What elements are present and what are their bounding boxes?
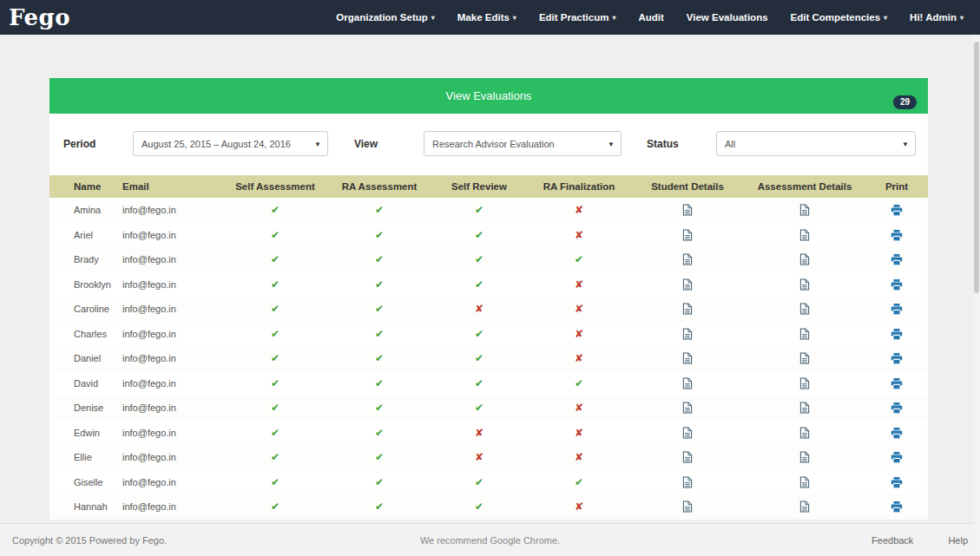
student-details-document-icon[interactable] (682, 278, 693, 291)
chevron-down-icon: ▾ (960, 14, 964, 22)
table-header: Name Email Self Assessment RA Assessment… (49, 175, 928, 198)
student-details-document-icon[interactable] (682, 451, 693, 463)
assessment-details-document-icon[interactable] (799, 476, 810, 488)
period-select[interactable]: August 25, 2015 – August 24, 2016 ▼ (133, 131, 328, 156)
assessment-details-document-icon[interactable] (799, 451, 810, 463)
ra-assessment-status: ✔ (327, 494, 431, 520)
page-scrollbar[interactable] (973, 35, 980, 556)
student-details-document-icon[interactable] (682, 476, 693, 488)
self-review-status: ✔ (431, 396, 527, 421)
printer-icon[interactable] (891, 402, 903, 414)
assessment-details-cell (744, 346, 865, 371)
student-details-cell (631, 198, 744, 223)
printer-icon[interactable] (891, 477, 903, 488)
assessment-details-document-icon[interactable] (799, 427, 810, 439)
nav-item[interactable]: Hi! Admin▾ (898, 0, 975, 35)
self-review-status: ✔ (431, 470, 527, 495)
student-details-document-icon[interactable] (682, 377, 693, 389)
assessment-details-cell (744, 297, 865, 322)
chevron-down-icon: ▾ (612, 14, 615, 22)
table-row: Brady info@fego.in ✔ ✔ ✔ ✔ (49, 247, 928, 272)
assessment-details-document-icon[interactable] (799, 402, 810, 414)
ra-finalization-status: ✘ (527, 223, 631, 248)
nav-item[interactable]: Edit Practicum▾ (528, 0, 628, 35)
printer-icon[interactable] (891, 205, 903, 216)
student-details-document-icon[interactable] (682, 352, 693, 364)
status-select[interactable]: All ▼ (716, 131, 916, 156)
chevron-down-icon: ▾ (513, 14, 516, 22)
nav-item[interactable]: Audit (627, 0, 674, 35)
self-review-status: ✔ (431, 346, 527, 371)
status-label: Status (647, 131, 716, 156)
student-details-cell (631, 396, 744, 421)
nav-item[interactable]: Edit Competencies▾ (779, 0, 899, 35)
view-label: View (354, 131, 424, 156)
printer-icon[interactable] (891, 279, 903, 291)
table-row: Amina info@fego.in ✔ ✔ ✔ ✘ (49, 198, 928, 223)
student-details-document-icon[interactable] (682, 402, 693, 414)
self-review-status: ✔ (431, 322, 527, 347)
student-name: Edwin (49, 421, 119, 446)
student-name: Amina (49, 198, 119, 223)
student-details-document-icon[interactable] (682, 303, 693, 315)
student-details-document-icon[interactable] (682, 229, 693, 241)
feedback-link[interactable]: Feedback (871, 535, 913, 546)
student-email: info@fego.in (119, 494, 223, 520)
print-cell (865, 272, 928, 298)
evaluations-panel: View Evaluations 29 Period August 25, 20… (49, 78, 928, 520)
self-assessment-status: ✔ (223, 322, 327, 347)
ra-assessment-status: ✔ (327, 297, 431, 322)
assessment-details-document-icon[interactable] (799, 303, 810, 315)
panel-header: View Evaluations 29 (49, 78, 928, 114)
student-name: Denise (49, 396, 119, 421)
view-select[interactable]: Research Advisor Evaluation ▼ (424, 131, 622, 156)
print-cell (865, 247, 928, 272)
printer-icon[interactable] (891, 304, 903, 315)
ra-assessment-status: ✔ (327, 371, 431, 396)
panel-title: View Evaluations (446, 89, 532, 102)
col-header-email: Email (119, 175, 223, 198)
nav-item-label: View Evaluations (687, 12, 768, 23)
student-details-cell (631, 445, 744, 470)
nav-item[interactable]: View Evaluations (675, 0, 779, 35)
ra-finalization-status: ✘ (527, 494, 631, 520)
assessment-details-document-icon[interactable] (799, 500, 810, 513)
printer-icon[interactable] (891, 353, 903, 364)
student-details-document-icon[interactable] (682, 500, 693, 513)
printer-icon[interactable] (891, 254, 903, 265)
printer-icon[interactable] (891, 452, 903, 463)
student-email: info@fego.in (119, 247, 223, 272)
assessment-details-document-icon[interactable] (799, 253, 810, 265)
self-assessment-status: ✔ (223, 371, 327, 396)
brand-logo[interactable]: Fego (7, 0, 70, 35)
student-details-document-icon[interactable] (682, 204, 693, 216)
assessment-details-document-icon[interactable] (799, 377, 810, 389)
assessment-details-document-icon[interactable] (799, 204, 810, 216)
scrollbar-thumb[interactable] (974, 42, 979, 293)
view-select-value: Research Advisor Evaluation (424, 139, 576, 149)
help-link[interactable]: Help (948, 535, 968, 546)
printer-icon[interactable] (891, 230, 903, 241)
student-details-document-icon[interactable] (682, 328, 693, 340)
ra-assessment-status: ✔ (327, 272, 431, 298)
filter-bar: Period August 25, 2015 – August 24, 2016… (49, 114, 928, 175)
printer-icon[interactable] (891, 329, 903, 340)
student-details-document-icon[interactable] (682, 253, 693, 265)
printer-icon[interactable] (891, 501, 903, 513)
self-assessment-status: ✔ (223, 421, 327, 446)
student-details-document-icon[interactable] (682, 427, 693, 439)
assessment-details-document-icon[interactable] (799, 229, 810, 241)
self-assessment-status: ✔ (223, 247, 327, 272)
nav-item[interactable]: Make Edits▾ (446, 0, 528, 35)
col-header-self-assessment: Self Assessment (223, 175, 327, 198)
student-email: info@fego.in (119, 297, 223, 322)
print-cell (865, 223, 928, 248)
assessment-details-document-icon[interactable] (799, 278, 810, 291)
nav-item[interactable]: Organization Setup▾ (325, 0, 445, 35)
printer-icon[interactable] (891, 378, 903, 389)
printer-icon[interactable] (891, 428, 903, 439)
assessment-details-document-icon[interactable] (799, 328, 810, 340)
view-filter-group: View Research Advisor Evaluation ▼ (354, 131, 622, 156)
self-assessment-status: ✔ (223, 470, 327, 495)
assessment-details-document-icon[interactable] (799, 352, 810, 364)
